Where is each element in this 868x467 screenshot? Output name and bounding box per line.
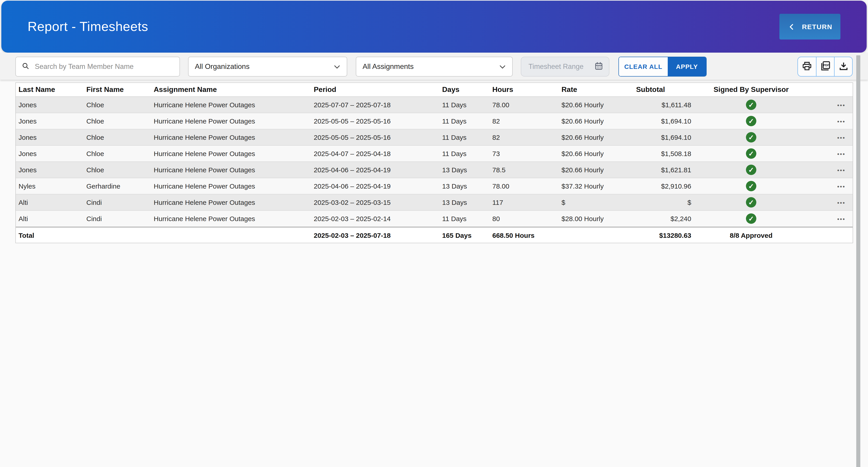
organizations-select-value: All Organizations — [195, 63, 250, 71]
cell-signed: ✓ — [692, 165, 810, 175]
timesheet-row: Jones Chloe Hurricane Helene Power Outag… — [16, 113, 852, 129]
col-header-first-name: First Name — [84, 86, 151, 94]
cell-rate: $37.32 Hourly — [559, 182, 633, 190]
table-header-row: Last Name First Name Assignment Name Per… — [16, 83, 852, 97]
row-actions-menu-icon[interactable]: ••• — [837, 183, 845, 190]
row-actions-menu-icon[interactable]: ••• — [837, 167, 845, 174]
cell-period: 2025-03-02 – 2025-03-15 — [311, 199, 439, 206]
cell-assignment: Hurricane Helene Power Outages — [151, 182, 311, 190]
total-label: Total — [16, 231, 84, 239]
cell-last-name: Jones — [16, 166, 84, 174]
row-actions-menu-icon[interactable]: ••• — [837, 216, 845, 223]
organizations-select[interactable]: All Organizations — [188, 57, 347, 76]
cell-assignment: Hurricane Helene Power Outages — [151, 117, 311, 125]
approved-check-icon: ✓ — [746, 148, 756, 159]
cell-actions: ••• — [810, 117, 852, 125]
timesheet-range-field[interactable]: Timesheet Range — [521, 57, 610, 76]
clear-all-button[interactable]: CLEAR ALL — [619, 57, 668, 76]
cell-hours: 82 — [490, 117, 559, 125]
cell-assignment: Hurricane Helene Power Outages — [151, 133, 311, 141]
download-button[interactable] — [834, 57, 852, 76]
cell-period: 2025-04-06 – 2025-04-19 — [311, 182, 439, 190]
assignments-select[interactable]: All Assignments — [356, 57, 513, 76]
cell-hours: 80 — [490, 215, 559, 223]
download-icon — [838, 61, 849, 73]
approved-check-icon: ✓ — [746, 165, 756, 175]
cell-period: 2025-07-07 – 2025-07-18 — [311, 101, 439, 109]
timesheets-table: Last Name First Name Assignment Name Per… — [16, 82, 853, 243]
print-button[interactable] — [798, 57, 816, 76]
cell-rate: $28.00 Hourly — [559, 215, 633, 223]
cell-hours: 78.00 — [490, 101, 559, 109]
cell-last-name: Nyles — [16, 182, 84, 190]
cell-assignment: Hurricane Helene Power Outages — [151, 101, 311, 109]
row-actions-menu-icon[interactable]: ••• — [837, 102, 845, 109]
cell-days: 11 Days — [439, 101, 490, 109]
search-input[interactable] — [34, 62, 174, 71]
export-pdf-button[interactable]: PDF — [816, 57, 834, 76]
cell-hours: 82 — [490, 133, 559, 141]
vertical-scrollbar[interactable] — [856, 55, 860, 467]
cell-rate: $20.66 Hourly — [559, 150, 633, 157]
approved-check-icon: ✓ — [746, 181, 756, 191]
cell-first-name: Chloe — [84, 117, 151, 125]
cell-days: 13 Days — [439, 182, 490, 190]
row-actions-menu-icon[interactable]: ••• — [837, 118, 845, 125]
cell-rate: $ — [559, 199, 633, 206]
approved-check-icon: ✓ — [746, 213, 756, 224]
cell-first-name: Cindi — [84, 199, 151, 206]
col-header-subtotal: Subtotal — [633, 86, 692, 94]
row-actions-menu-icon[interactable]: ••• — [837, 134, 845, 141]
cell-last-name: Jones — [16, 150, 84, 157]
export-buttons-group: PDF — [798, 57, 852, 76]
cell-first-name: Chloe — [84, 150, 151, 157]
timesheet-row: Jones Chloe Hurricane Helene Power Outag… — [16, 97, 852, 113]
filter-toolbar: All Organizations All Assignments Timesh… — [0, 53, 868, 80]
return-button[interactable]: RETURN — [779, 14, 840, 39]
cell-rate: $20.66 Hourly — [559, 101, 633, 109]
cell-subtotal: $1,621.81 — [633, 166, 692, 174]
timesheet-row: Jones Chloe Hurricane Helene Power Outag… — [16, 146, 852, 162]
total-period: 2025-02-03 – 2025-07-18 — [311, 231, 439, 239]
cell-subtotal: $1,611.48 — [633, 101, 692, 109]
cell-signed: ✓ — [692, 197, 810, 207]
cell-actions: ••• — [810, 215, 852, 223]
timesheet-row: Nyles Gerhardine Hurricane Helene Power … — [16, 178, 852, 194]
approved-check-icon: ✓ — [746, 197, 756, 207]
cell-signed: ✓ — [692, 100, 810, 110]
timesheet-row: Alti Cindi Hurricane Helene Power Outage… — [16, 194, 852, 211]
cell-last-name: Alti — [16, 215, 84, 223]
cell-days: 13 Days — [439, 199, 490, 206]
cell-signed: ✓ — [692, 213, 810, 224]
cell-signed: ✓ — [692, 181, 810, 191]
total-hours: 668.50 Hours — [490, 231, 559, 239]
export-pdf-icon: PDF — [819, 60, 831, 73]
cell-actions: ••• — [810, 133, 852, 141]
cell-rate: $20.66 Hourly — [559, 117, 633, 125]
svg-text:PDF: PDF — [823, 63, 829, 67]
cell-first-name: Cindi — [84, 215, 151, 223]
apply-button[interactable]: APPLY — [668, 57, 706, 76]
timesheet-row: Jones Chloe Hurricane Helene Power Outag… — [16, 129, 852, 146]
col-header-last-name: Last Name — [16, 86, 84, 94]
cell-last-name: Jones — [16, 101, 84, 109]
assignments-select-value: All Assignments — [363, 63, 414, 71]
timesheet-row: Alti Cindi Hurricane Helene Power Outage… — [16, 211, 852, 227]
cell-last-name: Jones — [16, 133, 84, 141]
row-actions-menu-icon[interactable]: ••• — [837, 151, 845, 157]
cell-subtotal: $2,240 — [633, 215, 692, 223]
cell-subtotal: $1,508.18 — [633, 150, 692, 157]
col-header-hours: Hours — [490, 86, 559, 94]
cell-hours: 78.5 — [490, 166, 559, 174]
cell-rate: $20.66 Hourly — [559, 166, 633, 174]
row-actions-menu-icon[interactable]: ••• — [837, 199, 845, 206]
report-timesheets-page: Report - Timesheets RETURN All Organizat… — [0, 1, 868, 467]
col-header-signed: Signed By Supervisor — [692, 86, 810, 94]
cell-signed: ✓ — [692, 132, 810, 142]
cell-assignment: Hurricane Helene Power Outages — [151, 199, 311, 206]
page-title: Report - Timesheets — [28, 19, 148, 34]
cell-first-name: Chloe — [84, 101, 151, 109]
cell-hours: 78.00 — [490, 182, 559, 190]
cell-actions: ••• — [810, 101, 852, 109]
col-header-rate: Rate — [559, 86, 633, 94]
